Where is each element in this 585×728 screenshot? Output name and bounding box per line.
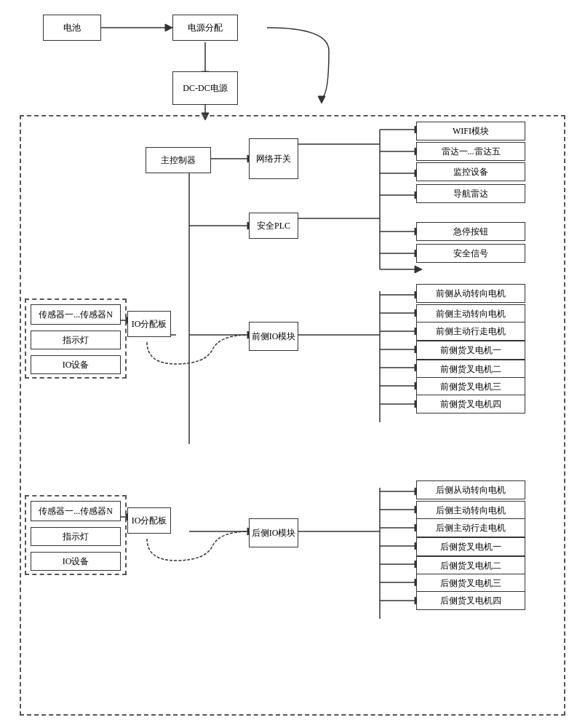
main-ctrl-box: 主控制器	[146, 147, 211, 173]
io-device-rear-box: IO设备	[31, 552, 121, 571]
io-device-rear-label: IO设备	[63, 555, 89, 568]
dc-dc-label: DC-DC电源	[183, 82, 227, 95]
front-fork4-label: 前侧货叉电机四	[440, 398, 501, 411]
safety-signal-box: 安全信号	[416, 244, 525, 263]
front-fork1-box: 前侧货叉电机一	[416, 341, 525, 360]
rear-master-steer-box: 后侧主动转向电机	[416, 501, 525, 520]
front-iet-label	[198, 344, 290, 400]
front-fork3-box: 前侧货叉电机三	[416, 377, 525, 396]
rear-fork3-box: 后侧货叉电机三	[416, 574, 525, 593]
front-slave-steer-label: 前侧从动转向电机	[436, 288, 506, 300]
rear-fork1-label: 后侧货叉电机一	[440, 541, 501, 553]
front-io-label: 前侧IO模块	[252, 331, 296, 343]
io-device-front-label: IO设备	[63, 359, 89, 371]
rear-io-label: 后侧IO模块	[252, 527, 296, 539]
svg-marker-4	[318, 96, 325, 103]
nav-radar-box: 导航雷达	[416, 184, 525, 203]
rear-iet-label	[197, 547, 287, 609]
wifi-label: WIFI模块	[453, 125, 489, 138]
front-master-steer-label: 前侧主动转向电机	[436, 308, 506, 320]
front-master-steer-box: 前侧主动转向电机	[416, 304, 525, 323]
estop-label: 急停按钮	[453, 226, 488, 238]
dc-dc-box: DC-DC电源	[172, 71, 238, 105]
io-board-front-box: IO分配板	[127, 311, 171, 337]
front-master-drive-label: 前侧主动行走电机	[436, 325, 506, 338]
safety-plc-label: 安全PLC	[257, 220, 290, 232]
power-dist-box: 电源分配	[172, 15, 238, 41]
indicator-rear-box: 指示灯	[31, 527, 121, 546]
sensor-rear-box: 传感器一...传感器N	[31, 501, 121, 521]
rear-io-box: 后侧IO模块	[249, 518, 298, 547]
io-device-front-box: IO设备	[31, 355, 121, 374]
rear-fork4-box: 后侧货叉电机四	[416, 591, 525, 610]
system-boundary	[20, 115, 565, 716]
rear-fork1-box: 后侧货叉电机一	[416, 537, 525, 556]
rear-fork2-label: 后侧货叉电机二	[440, 560, 501, 572]
wifi-box: WIFI模块	[416, 122, 525, 141]
io-board-rear-label: IO分配板	[132, 515, 167, 527]
io-board-rear-box: IO分配板	[127, 507, 171, 534]
rear-slave-steer-label: 后侧从动转向电机	[436, 484, 506, 496]
front-fork3-label: 前侧货叉电机三	[440, 381, 501, 393]
estop-box: 急停按钮	[416, 222, 525, 241]
safety-plc-box: 安全PLC	[249, 213, 298, 239]
rear-master-drive-box: 后侧主动行走电机	[416, 518, 525, 537]
rear-master-drive-label: 后侧主动行走电机	[436, 522, 506, 534]
sensor-rear-label: 传感器一...传感器N	[39, 505, 113, 518]
indicator-front-label: 指示灯	[63, 334, 89, 347]
sensor-front-label: 传感器一...传感器N	[39, 309, 113, 321]
rear-fork2-box: 后侧货叉电机二	[416, 556, 525, 575]
front-master-drive-box: 前侧主动行走电机	[416, 322, 525, 341]
front-fork2-box: 前侧货叉电机二	[416, 360, 525, 379]
radar-1-5-label: 雷达一...雷达五	[442, 146, 501, 158]
network-switch-label: 网络开关	[256, 153, 291, 165]
sensor-front-box: 传感器一...传感器N	[31, 304, 121, 325]
svg-marker-1	[165, 24, 172, 31]
monitor-label: 监控设备	[453, 166, 488, 178]
indicator-rear-label: 指示灯	[63, 531, 89, 543]
rear-fork3-label: 后侧货叉电机三	[440, 577, 501, 590]
nav-radar-label: 导航雷达	[453, 188, 488, 200]
safety-signal-label: 安全信号	[453, 248, 488, 260]
rear-fork4-label: 后侧货叉电机四	[440, 595, 501, 607]
network-switch-box: 网络开关	[249, 138, 298, 179]
rear-slave-steer-box: 后侧从动转向电机	[416, 480, 525, 499]
front-fork2-label: 前侧货叉电机二	[440, 363, 501, 376]
main-ctrl-label: 主控制器	[161, 154, 196, 167]
front-slave-steer-box: 前侧从动转向电机	[416, 284, 525, 303]
front-fork4-box: 前侧货叉电机四	[416, 395, 525, 414]
rear-master-steer-label: 后侧主动转向电机	[436, 505, 506, 517]
io-board-front-label: IO分配板	[132, 318, 167, 331]
battery-label: 电池	[63, 22, 81, 34]
radar-1-5-box: 雷达一...雷达五	[416, 142, 525, 161]
power-dist-label: 电源分配	[188, 22, 223, 34]
battery-box: 电池	[43, 15, 101, 41]
front-fork1-label: 前侧货叉电机一	[440, 344, 501, 357]
monitor-box: 监控设备	[416, 162, 525, 181]
indicator-front-box: 指示灯	[31, 331, 121, 349]
